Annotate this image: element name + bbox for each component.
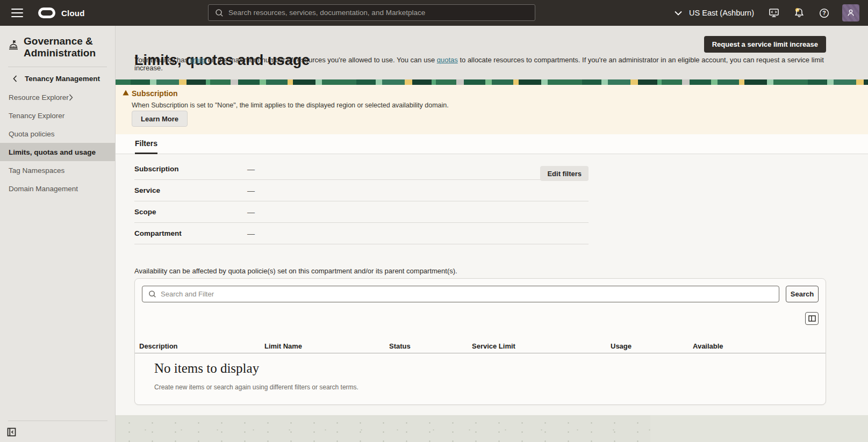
collapse-panel-icon[interactable] — [7, 427, 16, 437]
limits-link[interactable]: limits — [190, 56, 206, 64]
topbar-actions: US East (Ashburn) ? — [675, 0, 859, 26]
region-label: US East (Ashburn) — [689, 9, 754, 17]
col-service-limit[interactable]: Service Limit — [472, 342, 611, 350]
column-selector-icon — [808, 315, 816, 322]
filter-row-compartment: Compartment — — [134, 223, 589, 244]
col-description[interactable]: Description — [139, 342, 264, 350]
sidebar-item-resource-explorer[interactable]: Resource Explorer — [0, 88, 115, 106]
warning-icon — [123, 90, 129, 96]
results-card: Search Description Limit Name Status Ser… — [134, 278, 826, 405]
filter-row-scope: Scope — — [134, 201, 589, 223]
col-available[interactable]: Available — [693, 342, 826, 350]
sidebar-item-quota-policies[interactable]: Quota policies — [0, 125, 115, 143]
notifications-bell-icon[interactable] — [794, 8, 805, 18]
filters-block: Subscription — Service — Scope — Compart… — [134, 154, 589, 244]
request-limit-increase-button[interactable]: Request a service limit increase — [704, 36, 826, 53]
sidebar-item-limits-quotas-usage[interactable]: Limits, quotas and usage — [0, 143, 115, 161]
subscription-notice: Subscription When Subscription is set to… — [116, 85, 868, 134]
main-content: Limits, quotas and usage Request a servi… — [116, 26, 868, 442]
brand-label: Cloud — [61, 9, 85, 18]
table-header-row: Description Limit Name Status Service Li… — [135, 339, 826, 353]
sidebar-back-label: Tenancy Management — [25, 75, 100, 83]
chevron-left-icon — [13, 75, 17, 82]
chevron-right-icon — [69, 94, 73, 101]
sidebar-item-tag-namespaces[interactable]: Tag Namespaces — [0, 161, 115, 179]
sidebar: Governance & Administration Tenancy Mana… — [0, 26, 116, 442]
col-status[interactable]: Status — [389, 342, 472, 350]
edit-filters-button[interactable]: Edit filters — [540, 166, 589, 181]
region-selector[interactable]: US East (Ashburn) — [675, 9, 754, 17]
global-search[interactable] — [208, 4, 535, 21]
learn-more-button[interactable]: Learn More — [132, 111, 188, 127]
search-icon — [148, 290, 156, 298]
sidebar-title: Governance & Administration — [24, 35, 107, 59]
footer-decoration — [116, 415, 868, 442]
sidebar-header: Governance & Administration — [0, 26, 115, 59]
search-icon — [215, 9, 224, 17]
hamburger-menu-icon[interactable] — [11, 9, 23, 17]
person-icon — [846, 8, 856, 18]
col-limit-name[interactable]: Limit Name — [264, 342, 389, 350]
page-header: Limits, quotas and usage Request a servi… — [116, 26, 868, 79]
svg-text:?: ? — [822, 10, 826, 16]
search-button[interactable]: Search — [786, 286, 819, 302]
availability-note: Availability can be affected by quota po… — [134, 267, 457, 275]
sidebar-back-tenancy-management[interactable]: Tenancy Management — [0, 67, 115, 86]
top-bar: Cloud US East (Ashburn) ? — [0, 0, 868, 26]
col-usage[interactable]: Usage — [611, 342, 693, 350]
divider — [8, 421, 107, 421]
table-search-field[interactable] — [142, 286, 779, 302]
table-search-input[interactable] — [161, 290, 779, 298]
tab-filters[interactable]: Filters — [135, 134, 157, 154]
help-icon[interactable]: ? — [819, 8, 829, 18]
empty-state-title: No items to display — [154, 361, 259, 376]
oracle-logo-icon — [38, 8, 55, 18]
column-selector-button[interactable] — [805, 312, 819, 325]
sidebar-item-tenancy-explorer[interactable]: Tenancy Explorer — [0, 106, 115, 125]
cloud-shell-icon[interactable] — [769, 8, 779, 18]
notice-message: When Subscription is set to "None", the … — [132, 102, 449, 109]
user-avatar[interactable] — [842, 4, 859, 21]
tabs-bar: Filters — [116, 134, 868, 154]
filter-row-service: Service — — [134, 180, 589, 201]
sidebar-item-domain-management[interactable]: Domain Management — [0, 179, 115, 198]
page-description: Your tenancy has limits on the maximum n… — [134, 56, 833, 72]
global-search-input[interactable] — [228, 9, 535, 17]
brand[interactable]: Cloud — [38, 8, 85, 18]
empty-state-message: Create new items or search again using d… — [154, 383, 358, 391]
decorative-banner — [116, 79, 868, 85]
quotas-link[interactable]: quotas — [437, 56, 458, 64]
sidebar-footer — [0, 413, 116, 442]
oci-console: Cloud US East (Ashburn) ? — [0, 0, 868, 442]
card-search-row: Search — [142, 286, 819, 302]
notice-title: Subscription — [132, 89, 178, 98]
governance-icon — [8, 39, 19, 51]
filter-row-subscription: Subscription — — [134, 158, 589, 180]
filters-content: Subscription — Service — Scope — Compart… — [116, 154, 868, 415]
chevron-down-icon — [675, 11, 682, 16]
